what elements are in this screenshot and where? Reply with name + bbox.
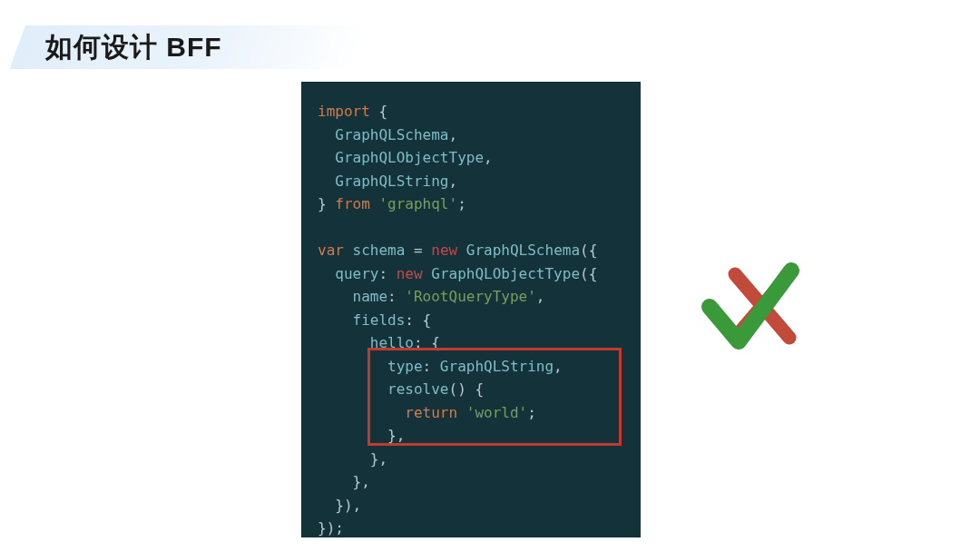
code-token bbox=[318, 380, 387, 398]
code-token: , bbox=[449, 172, 458, 190]
code-token bbox=[370, 195, 379, 212]
code-token: : { bbox=[414, 334, 440, 351]
code-token: } bbox=[318, 195, 335, 212]
code-token: }, bbox=[318, 427, 405, 444]
code-token: 'world' bbox=[466, 404, 527, 421]
code-token: , bbox=[554, 358, 563, 375]
code-token bbox=[457, 404, 466, 421]
code-token: }, bbox=[318, 473, 370, 490]
code-token: name bbox=[318, 288, 387, 305]
code-token: new bbox=[397, 265, 423, 282]
code-token: ({ bbox=[580, 242, 597, 259]
code-token: var bbox=[318, 242, 344, 259]
code-token: type bbox=[318, 358, 423, 375]
code-token: { bbox=[370, 103, 387, 120]
code-token: 'graphql' bbox=[378, 195, 457, 212]
code-token: GraphQLString bbox=[440, 358, 554, 375]
code-token: ({ bbox=[580, 265, 597, 282]
code-token: : bbox=[387, 288, 405, 305]
slide-header: 如何设计 BFF bbox=[25, 25, 370, 69]
code-token: : { bbox=[405, 311, 431, 329]
code-token: : bbox=[378, 265, 396, 282]
code-token: import bbox=[318, 103, 370, 120]
code-token: from bbox=[335, 195, 370, 212]
code-token: query bbox=[318, 265, 378, 282]
code-token: () { bbox=[449, 380, 485, 398]
code-token: , bbox=[449, 126, 458, 143]
code-token: new bbox=[431, 242, 457, 259]
code-token: GraphQLString bbox=[318, 172, 449, 190]
code-token: GraphQLObjectType bbox=[318, 149, 484, 166]
code-snippet: import { GraphQLSchema, GraphQLObjectTyp… bbox=[301, 82, 641, 537]
code-token: GraphQLSchema bbox=[318, 126, 449, 143]
code-token bbox=[344, 242, 353, 259]
code-token: ; bbox=[527, 404, 536, 421]
code-token: schema bbox=[353, 242, 406, 259]
code-token: = bbox=[405, 242, 431, 259]
code-token: ; bbox=[457, 195, 466, 212]
code-token: , bbox=[536, 288, 545, 305]
code-token bbox=[457, 242, 466, 259]
slide-title: 如何设计 BFF bbox=[25, 29, 222, 66]
code-token bbox=[423, 265, 432, 282]
code-token: resolve bbox=[387, 380, 448, 398]
code-token bbox=[318, 404, 405, 421]
code-token: : bbox=[423, 358, 440, 375]
code-token: hello bbox=[318, 334, 414, 351]
code-token: return bbox=[405, 404, 457, 421]
code-token: GraphQLObjectType bbox=[431, 265, 580, 282]
code-token: }), bbox=[318, 497, 361, 514]
check-cross-marks bbox=[699, 254, 808, 363]
code-token: }); bbox=[318, 519, 344, 537]
code-token: }, bbox=[318, 450, 387, 468]
code-token: GraphQLSchema bbox=[466, 242, 580, 259]
code-token: , bbox=[484, 149, 493, 166]
code-token: 'RootQueryType' bbox=[405, 288, 536, 305]
code-token: fields bbox=[318, 311, 405, 329]
